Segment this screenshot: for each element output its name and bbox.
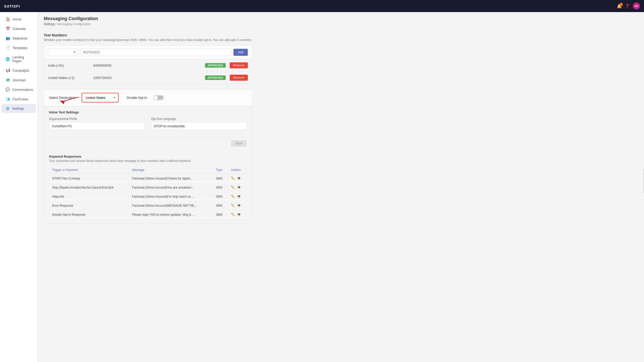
journeys-icon: 🗺️ [6, 78, 10, 82]
table-row: India (+91) 8456956555 APPROVED Remove [44, 59, 252, 72]
trigger-cell: Stop,Stopall,Unsubscribe,No,Cancel,End,Q… [49, 183, 129, 192]
view-icon[interactable]: 👁️ [237, 195, 241, 198]
sidebar-item-label: Campaigns [13, 69, 29, 72]
sidebar-item-campaigns[interactable]: 📢 Campaigns [2, 66, 36, 75]
col-message: Message [129, 166, 213, 174]
actions-cell: ✏️ 👁️ [228, 201, 247, 210]
trigger-cell: START,Yes,Y,Unstop [49, 174, 129, 183]
edit-icon[interactable]: ✏️ [231, 195, 235, 198]
trigger-cell: Double Opt-In Response [49, 210, 129, 219]
table-row: United States (+1) 2255720433 APPROVED R… [44, 72, 252, 84]
breadcrumb-parent[interactable]: Settings [44, 22, 55, 26]
sidebar-item-landing-pages[interactable]: 🌐 Landing Pages [2, 53, 36, 65]
col-type: Type [213, 166, 228, 174]
sidebar-item-segments[interactable]: 👥 Segments [2, 34, 36, 43]
table-row: Stop,Stopall,Unsubscribe,No,Cancel,End,Q… [49, 183, 247, 192]
toggle-off-label: OFF [158, 96, 163, 99]
opt-out-label: Opt-Out Language [151, 117, 247, 121]
campaigns-icon: 📢 [6, 68, 10, 72]
sidebar-item-conversations[interactable]: 💬 Conversations [2, 85, 36, 94]
test-numbers-card: India (+91) United States (+1) Add India… [44, 45, 252, 84]
trigger-cell: Error Response [49, 201, 129, 210]
edit-icon[interactable]: ✏️ [231, 176, 235, 180]
table-row: Help,Info Factoreal (Demo Account)For he… [49, 192, 247, 201]
col-actions: Actions [228, 166, 247, 174]
config-header: Select Destination United States India [44, 89, 252, 106]
help-icon[interactable]: ❓ [625, 4, 630, 9]
table-row: Error Response Factoreal (Demo Account)M… [49, 201, 247, 210]
calendar-icon: 📅 [6, 27, 10, 31]
remove-button[interactable]: Remove [230, 75, 248, 81]
test-numbers-desc: Whitelist your mobile number(s) to test … [44, 38, 252, 42]
type-cell: SMS [213, 174, 228, 183]
edit-icon[interactable]: ✏️ [231, 213, 235, 216]
col-trigger: Trigger or Keyword [49, 166, 129, 174]
sidebar-item-label: Calendar [13, 27, 26, 31]
templates-icon: 📄 [6, 46, 10, 50]
keyword-desc: Your customers will receive these respon… [49, 159, 247, 163]
destination-select[interactable]: United States India [83, 94, 118, 102]
opt-out-input[interactable] [151, 122, 247, 130]
notification-badge: 1 [619, 3, 623, 6]
number-country: United States (+1) [48, 76, 93, 80]
settings-icon: ⚙️ [6, 107, 10, 110]
edit-icon[interactable]: ✏️ [231, 204, 235, 207]
avatar[interactable]: AV [633, 3, 640, 10]
form-row: Organizational Prefix Opt-Out Language [49, 117, 247, 130]
sidebar-item-label: Conversations [12, 88, 33, 92]
segments-icon: 👥 [6, 36, 10, 40]
double-opt-in-toggle[interactable]: OFF [153, 95, 164, 100]
actions-cell: ✏️ 👁️ [228, 210, 247, 219]
table-body: START,Yes,Y,Unstop Factoreal (Demo Accou… [49, 174, 247, 219]
status-badge: APPROVED [205, 63, 226, 68]
toggle-knob [154, 96, 158, 100]
remove-button[interactable]: Remove [230, 62, 248, 68]
message-cell: Factoreal (Demo Account)For help reach u… [129, 192, 213, 201]
actions-cell: ✏️ 👁️ [228, 192, 247, 201]
view-icon[interactable]: 👁️ [237, 186, 241, 189]
breadcrumb-current: Messaging Configuration [57, 22, 91, 26]
notification-icon[interactable]: 🔔 1 [617, 4, 622, 9]
edit-icon[interactable]: ✏️ [231, 186, 235, 189]
actions-cell: ✏️ 👁️ [228, 183, 247, 192]
message-cell: Please reply YES to receive updates. Msg… [129, 210, 213, 219]
phone-input[interactable] [80, 49, 231, 56]
sidebar-item-journeys[interactable]: 🗺️ Journeys [2, 75, 36, 84]
sidebar-item-label: Landing Pages [12, 55, 32, 63]
page-title: Messaging Configuration [44, 16, 252, 21]
sidebar-item-label: FactCubes [13, 97, 28, 101]
view-icon[interactable]: 👁️ [237, 176, 241, 180]
org-prefix-label: Organizational Prefix [49, 117, 145, 121]
page-content: Test Numbers Whitelist your mobile numbe… [38, 28, 258, 234]
message-cell: Factoreal (Demo Account)MESSAGE NOT RE..… [129, 201, 213, 210]
opt-out-group: Opt-Out Language [151, 117, 247, 130]
sidebar-item-label: Home [13, 17, 21, 21]
sidebar-item-label: Settings [12, 107, 24, 110]
add-number-row: India (+91) United States (+1) Add [44, 46, 252, 59]
org-prefix-input[interactable] [49, 122, 145, 130]
add-button[interactable]: Add [233, 49, 248, 56]
keyword-section: Keyword Responses Your customers will re… [44, 151, 252, 223]
sidebar-item-label: Segments [13, 36, 27, 40]
view-icon[interactable]: 👁️ [237, 213, 241, 216]
trigger-cell: Help,Info [49, 192, 129, 201]
sidebar-item-home[interactable]: 🏠 Home [2, 15, 36, 24]
sidebar-item-label: Journeys [13, 78, 26, 82]
number-phone: 8456956555 [93, 64, 205, 67]
sidebar-item-calendar[interactable]: 📅 Calendar [2, 24, 36, 33]
sidebar-item-label: Templates [13, 46, 27, 50]
sidebar: 🏠 Home 📅 Calendar 👥 Segments 📄 Templates… [0, 12, 38, 362]
sidebar-item-settings[interactable]: ⚙️ Settings [2, 104, 36, 113]
conversations-icon: 💬 [6, 87, 10, 92]
sidebar-item-factcubes[interactable]: 🧊 FactCubes [2, 95, 36, 104]
view-icon[interactable]: 👁️ [237, 204, 241, 207]
save-button[interactable]: Save [231, 140, 247, 147]
table-row: Double Opt-In Response Please reply YES … [49, 210, 247, 219]
country-select[interactable]: India (+91) United States (+1) [48, 49, 78, 56]
breadcrumb: Settings / Messaging Configuration [44, 22, 252, 26]
sidebar-item-templates[interactable]: 📄 Templates [2, 43, 36, 52]
topbar-actions: 🔔 1 ❓ AV [617, 3, 640, 10]
inline-text-settings: Inline Text Settings Organizational Pref… [44, 106, 252, 138]
actions-cell: ✏️ 👁️ [228, 174, 247, 183]
main-content: Messaging Configuration Settings / Messa… [38, 12, 258, 362]
